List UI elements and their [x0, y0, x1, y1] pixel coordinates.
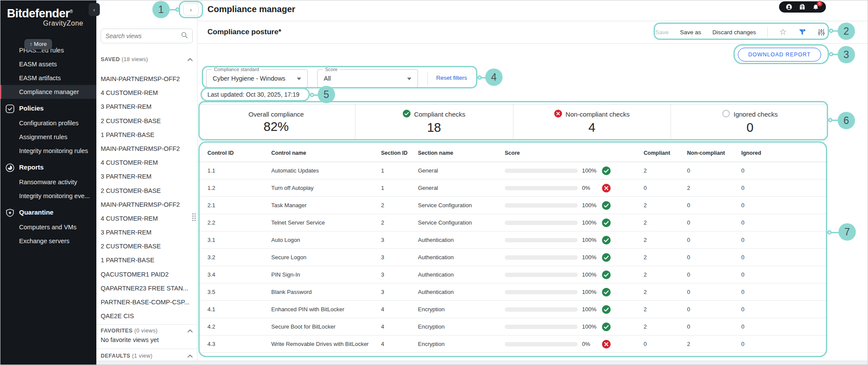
score-select[interactable]: Score All — [317, 69, 418, 88]
sidebar-item-assignment-rules[interactable]: Assignment rules — [0, 130, 96, 144]
saved-view-item[interactable]: 2 CUSTOMER-BASE — [96, 184, 197, 198]
collapse-views-button[interactable]: ‹ — [183, 3, 199, 16]
saved-view-item[interactable]: 2 CUSTOMER-BASE — [96, 239, 197, 253]
saved-view-item[interactable]: 3 PARTNER-REM — [96, 169, 197, 183]
summary-noncompliant-checks: Non-compliant checks 4 — [513, 104, 671, 140]
column-header: Non-compliant — [687, 150, 741, 156]
chevron-up-icon[interactable] — [187, 328, 193, 334]
sidebar-item-integrity-monitoring-rules[interactable]: Integrity monitoring rules — [0, 144, 96, 158]
collapse-sidebar-button[interactable]: ‹ — [89, 3, 100, 16]
table-row[interactable]: 3.2Secure Logon3Authentication100%200 — [197, 249, 829, 266]
table-cell: 2 — [687, 185, 741, 191]
saved-view-item[interactable]: 4 CUSTOMER-REM — [96, 212, 197, 225]
table-cell: 0 — [741, 306, 829, 313]
compliance-standard-select[interactable]: Compliance standard Cyber Hygiene - Wind… — [206, 69, 308, 88]
divider — [767, 27, 768, 37]
table-row[interactable]: 1.2Turn off Autoplay1General0%020 — [197, 179, 829, 197]
check-circle-icon — [602, 236, 611, 244]
settings-sliders-icon[interactable] — [817, 28, 825, 36]
divider — [427, 72, 428, 85]
saved-view-item[interactable]: QACUSTOMER1 PAID2 — [96, 267, 197, 281]
save-as-button[interactable]: Save as — [680, 29, 701, 36]
save-button[interactable]: Save — [655, 29, 669, 36]
chevron-up-icon[interactable] — [187, 353, 193, 359]
discard-changes-button[interactable]: Discard changes — [713, 29, 756, 36]
saved-view-item[interactable]: PARTNER-BASE-COMP-CSP... — [96, 295, 197, 309]
reports-icon — [5, 163, 15, 172]
sidebar-item-exchange-servers[interactable]: Exchange servers — [0, 234, 96, 248]
chevron-up-icon[interactable] — [187, 56, 193, 62]
saved-view-item[interactable]: 1 PARTNER-BASE — [96, 128, 197, 142]
view-title: Compliance posture* — [207, 28, 281, 36]
table-cell: 1 — [381, 167, 418, 174]
table-row[interactable]: 3.4PIN Sign-In3Authentication100%200 — [197, 266, 829, 284]
search-icon — [181, 32, 188, 40]
table-cell: 3 — [381, 237, 418, 243]
more-tooltip[interactable]: ↑ More — [24, 39, 52, 49]
table-cell: 3 — [381, 271, 418, 278]
saved-view-item[interactable]: MAIN-PARTNERMSP-OFF2 — [96, 142, 197, 156]
table-row[interactable]: 4.3Write Removable Drives with BitLocker… — [197, 336, 829, 353]
saved-view-item[interactable]: 4 CUSTOMER-REM — [96, 156, 197, 169]
table-cell: Automatic Updates — [271, 167, 381, 174]
table-row[interactable]: 3.5Blank Password3Authentication100%200 — [197, 284, 829, 301]
saved-view-item[interactable]: MAIN-PARTNERMSP-OFF2 — [96, 72, 197, 86]
saved-view-item[interactable]: MAIN-PARTNERMSP-OFF2 — [96, 198, 197, 212]
saved-view-item[interactable]: 4 CUSTOMER-REM — [96, 86, 197, 100]
saved-view-item[interactable]: 2 CUSTOMER-BASE — [96, 114, 197, 128]
table-row[interactable]: 2.1Task Manager2Service Configuration100… — [197, 197, 829, 214]
download-report-button[interactable]: DOWNLOAD REPORT — [738, 48, 821, 62]
defaults-section-header[interactable]: DEFAULTS (1 view) — [101, 353, 193, 359]
last-updated-text: Last updated: Oct 30, 2025, 17:19 — [207, 91, 299, 98]
column-header: Ignored — [741, 150, 829, 156]
bell-icon[interactable]: 6 — [812, 3, 819, 10]
score-bar — [505, 221, 578, 225]
saved-view-item[interactable]: QAE2E CIS — [96, 309, 197, 323]
sidebar-item-computers-and-vms[interactable]: Computers and VMs — [0, 220, 96, 234]
score-cell: 0% — [505, 184, 644, 192]
table-row[interactable]: 3.1Auto Logon3Authentication100%200 — [197, 231, 829, 249]
table-cell: 0 — [741, 254, 829, 261]
sidebar-item-configuration-profiles[interactable]: Configuration profiles — [0, 116, 96, 130]
sidebar-item-compliance-manager[interactable]: Compliance manager — [0, 85, 96, 99]
score-label: 0% — [582, 341, 598, 347]
table-row[interactable]: 4.2Secure Boot for BitLocker4Encryption1… — [197, 318, 829, 336]
reset-filters-link[interactable]: Reset filters — [436, 75, 467, 81]
callout-circle-3: 3 — [838, 46, 855, 63]
filter-funnel-icon[interactable] — [798, 28, 806, 36]
search-input[interactable] — [105, 33, 181, 39]
table-row[interactable]: 1.1Automatic Updates1General100%200 — [197, 162, 829, 179]
table-cell: 0 — [741, 167, 829, 174]
sidebar-item-easm-artifacts[interactable]: EASM artifacts — [0, 71, 96, 85]
saved-view-item[interactable]: 3 PARTNER-REM — [96, 100, 197, 114]
account-pill: 6 — [779, 1, 826, 13]
sidebar-item-ransomware-activity[interactable]: Ransomware activity — [0, 175, 96, 189]
score-bar — [505, 290, 578, 294]
sidebar-section-reports[interactable]: Reports — [0, 160, 96, 175]
favorite-star-icon[interactable]: ☆ — [779, 28, 787, 36]
saved-view-item[interactable]: 1 PARTNER-BASE — [96, 253, 197, 267]
compliance-table: Control IDControl nameSection IDSection … — [197, 144, 829, 353]
sidebar-section-quarantine[interactable]: Quarantine — [0, 205, 96, 220]
sidebar-item-easm-assets[interactable]: EASM assets — [0, 57, 96, 71]
saved-view-item[interactable]: QAPARTNER23 FREE STAN... — [96, 281, 197, 295]
saved-view-item[interactable]: 3 PARTNER-REM — [96, 225, 197, 239]
saved-section-header[interactable]: SAVED (18 views) — [101, 56, 193, 62]
gift-icon[interactable] — [799, 3, 806, 10]
views-search[interactable] — [101, 29, 193, 43]
table-row[interactable]: 2.2Telnet Server Service2Service Configu… — [197, 214, 829, 231]
table-cell: 0 — [741, 341, 829, 347]
dropdown-caret-icon — [297, 78, 301, 80]
column-header: Control name — [271, 150, 381, 156]
user-icon[interactable] — [786, 3, 792, 10]
sidebar-item-phasr-rules[interactable]: PHAS...ed rules ↑ More — [0, 43, 96, 57]
table-row[interactable]: 4.1Enhanced PIN with BitLocker4Encryptio… — [197, 301, 829, 318]
table-cell: 2.1 — [207, 202, 271, 209]
check-circle-icon — [602, 305, 611, 314]
panel-resize-handle[interactable] — [192, 213, 196, 225]
score-cell: 100% — [505, 201, 644, 210]
sidebar-section-policies[interactable]: Policies — [0, 101, 96, 116]
sidebar-item-integrity-monitoring-events[interactable]: Integrity monitoring eve... — [0, 189, 96, 203]
score-label: 100% — [582, 254, 598, 261]
favorites-section-header[interactable]: FAVORITES (0 views) — [101, 328, 193, 334]
